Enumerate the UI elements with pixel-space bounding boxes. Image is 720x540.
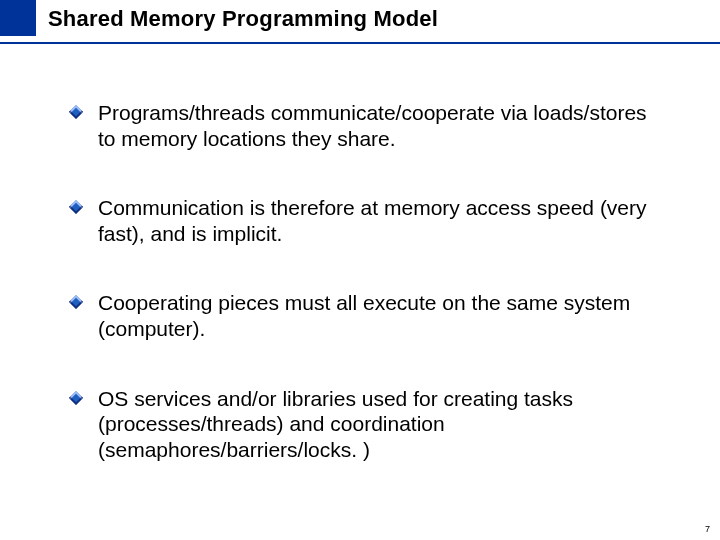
slide: Shared Memory Programming Model Programs… [0, 0, 720, 540]
diamond-bullet-icon [70, 296, 82, 308]
diamond-bullet-icon [70, 201, 82, 213]
list-item: Cooperating pieces must all execute on t… [70, 290, 660, 341]
bullet-text: OS services and/or libraries used for cr… [98, 386, 660, 463]
bullet-text: Communication is therefore at memory acc… [98, 195, 660, 246]
page-number: 7 [705, 524, 710, 534]
bullet-list: Programs/threads communicate/cooperate v… [70, 100, 660, 506]
slide-title: Shared Memory Programming Model [48, 6, 438, 32]
list-item: Programs/threads communicate/cooperate v… [70, 100, 660, 151]
diamond-bullet-icon [70, 392, 82, 404]
diamond-bullet-icon [70, 106, 82, 118]
bullet-text: Cooperating pieces must all execute on t… [98, 290, 660, 341]
bullet-text: Programs/threads communicate/cooperate v… [98, 100, 660, 151]
list-item: OS services and/or libraries used for cr… [70, 386, 660, 463]
title-divider [0, 42, 720, 44]
list-item: Communication is therefore at memory acc… [70, 195, 660, 246]
corner-accent [0, 0, 36, 36]
